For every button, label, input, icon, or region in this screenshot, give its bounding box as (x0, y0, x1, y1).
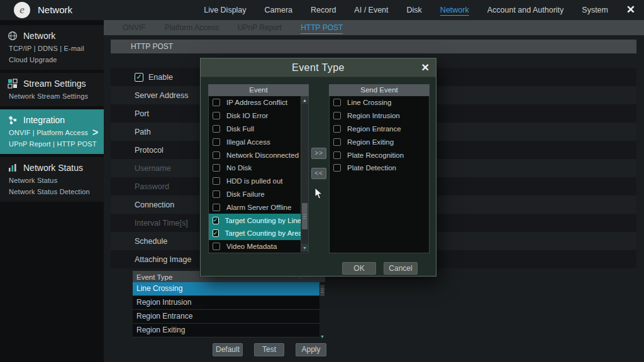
sidebar-title-network-status: Network Status (23, 163, 83, 173)
section-header: HTTP POST (111, 40, 636, 53)
scroll-down-icon[interactable]: ▼ (319, 333, 325, 340)
event-item-illegal-access[interactable]: Illegal Access (209, 135, 308, 148)
send-event-panel: Send Event Line Crossing Region Intrusio… (329, 84, 430, 253)
checkbox[interactable] (213, 138, 220, 146)
apply-button[interactable]: Apply (296, 343, 326, 356)
window-close-icon[interactable]: ✕ (626, 0, 635, 20)
tab-upnp-report[interactable]: UPnP Report (236, 21, 283, 34)
scroll-down-icon[interactable]: ▼ (301, 244, 308, 252)
sidebar-links-network-status-2[interactable]: Network Status Detection (9, 188, 97, 195)
connection-label: Connection (135, 200, 174, 209)
sidebar-section-stream-settings[interactable]: Stream Settings Network Stream Settings (0, 73, 104, 106)
nav-record[interactable]: Record (311, 6, 336, 14)
checkbox[interactable] (333, 164, 341, 172)
sidebar-section-integration[interactable]: Integration ONVIF | Platform Access UPnP… (0, 109, 104, 154)
sidebar-links-integration-1[interactable]: ONVIF | Platform Access (9, 129, 97, 136)
tab-platform-access[interactable]: Platform Access (164, 21, 220, 34)
checkbox[interactable] (213, 204, 220, 211)
send-event-item-line-crossing[interactable]: Line Crossing (330, 96, 429, 109)
nav-system[interactable]: System (582, 6, 608, 14)
tab-onvif[interactable]: ONVIF (121, 21, 147, 34)
default-button[interactable]: Default (213, 343, 243, 356)
nav-ai-event[interactable]: AI / Event (354, 6, 388, 14)
nav-network[interactable]: Network (440, 6, 469, 14)
ok-button[interactable]: OK (342, 262, 376, 275)
attaching-image-label: Attaching Image (135, 255, 191, 264)
sidebar-links-network-1[interactable]: TCP/IP | DDNS | E-mail (9, 45, 97, 52)
scroll-up-icon[interactable]: ▲ (301, 96, 308, 104)
event-type-row-region-exiting[interactable]: Region Exiting (133, 324, 319, 337)
tab-bar: ONVIF Platform Access UPnP Report HTTP P… (104, 20, 644, 35)
event-type-row-region-intrusion[interactable]: Region Intrusion (133, 296, 319, 310)
event-item-disk-io-error[interactable]: Disk IO Error (209, 109, 308, 123)
test-button[interactable]: Test (254, 343, 284, 356)
sidebar-links-network-status-1[interactable]: Network Status (9, 177, 97, 184)
checkbox[interactable] (333, 112, 341, 119)
checkbox[interactable] (333, 125, 341, 133)
event-list-scrollbar[interactable]: ▲ ▼ (301, 96, 308, 252)
top-navigation: Live Display Camera Record AI / Event Di… (204, 0, 608, 20)
event-type-row-region-entrance[interactable]: Region Entrance (133, 310, 319, 324)
send-event-item-region-exiting[interactable]: Region Exiting (330, 135, 429, 148)
sidebar-title-integration: Integration (23, 115, 65, 125)
mouse-cursor-icon (314, 187, 324, 200)
event-item-ip-address-conflict[interactable]: IP Address Conflict (209, 96, 308, 109)
event-item-disk-full[interactable]: Disk Full (209, 123, 308, 136)
move-left-button[interactable]: << (311, 168, 326, 179)
sidebar-section-network[interactable]: Network TCP/IP | DDNS | E-mail Cloud Upg… (0, 25, 104, 70)
nav-account-authority[interactable]: Account and Authority (487, 6, 564, 14)
blocks-icon (8, 79, 18, 89)
enable-checkbox[interactable]: ✓ (135, 73, 143, 82)
scrollbar-thumb[interactable] (320, 285, 325, 296)
send-event-item-region-intrusion[interactable]: Region Intrusion (330, 109, 429, 123)
checkbox[interactable] (333, 138, 341, 146)
event-type-dialog: Event Type ✕ Event IP Address Conflict D… (200, 58, 436, 277)
sidebar-links-stream-settings[interactable]: Network Stream Settings (9, 92, 97, 100)
app-window: e Network Live Display Camera Record AI … (0, 0, 644, 362)
nav-disk[interactable]: Disk (407, 6, 422, 14)
event-type-header-label: Event Type (133, 273, 172, 281)
nav-camera[interactable]: Camera (265, 6, 292, 14)
checkbox[interactable] (213, 112, 220, 119)
checkbox[interactable] (213, 151, 220, 159)
checkbox[interactable] (213, 125, 220, 133)
event-item-disk-failure[interactable]: Disk Failure (209, 188, 308, 201)
checkbox[interactable] (333, 99, 341, 106)
sidebar-links-integration-2[interactable]: UPnP Report | HTTP POST (9, 140, 97, 148)
scrollbar-thumb[interactable] (302, 203, 308, 229)
event-item-hdd-pulled-out[interactable]: HDD is pulled out (209, 175, 308, 188)
checkbox[interactable] (213, 190, 220, 198)
event-panel: Event IP Address Conflict Disk IO Error … (208, 84, 309, 253)
send-event-item-region-entrance[interactable]: Region Entrance (330, 123, 429, 136)
event-item-alarm-server-offline[interactable]: Alarm Server Offline (209, 200, 308, 214)
cancel-button[interactable]: Cancel (384, 262, 418, 275)
send-event-list: Line Crossing Region Intrusion Region En… (329, 96, 430, 253)
event-item-target-counting-by-area[interactable]: ✓Target Counting by Area (209, 227, 301, 240)
checkbox[interactable] (213, 177, 220, 185)
top-bar: e Network Live Display Camera Record AI … (0, 0, 644, 20)
checkbox[interactable] (213, 243, 220, 250)
event-item-video-metadata[interactable]: Video Metadata (209, 240, 308, 253)
checkbox-checked[interactable]: ✓ (213, 229, 219, 237)
event-type-row-line-crossing[interactable]: Line Crossing (133, 282, 319, 296)
event-item-target-counting-by-line[interactable]: ✓Target Counting by Line (209, 214, 301, 227)
event-item-no-disk[interactable]: No Disk (209, 162, 308, 175)
checkbox[interactable] (333, 151, 341, 159)
dialog-close-icon[interactable]: ✕ (421, 58, 430, 77)
port-label: Port (135, 109, 149, 118)
event-item-network-disconnected[interactable]: Network Disconnected (209, 148, 308, 162)
check-icon: ✓ (136, 74, 142, 80)
send-event-panel-header: Send Event (329, 84, 430, 96)
tab-http-post[interactable]: HTTP POST (299, 21, 344, 34)
event-type-table-scrollbar[interactable]: ▼ (319, 282, 325, 340)
move-right-button[interactable]: >> (311, 148, 326, 159)
nav-live-display[interactable]: Live Display (204, 6, 246, 14)
checkbox[interactable] (213, 99, 220, 106)
send-event-item-plate-detection[interactable]: Plate Detection (330, 162, 429, 175)
sidebar-section-network-status[interactable]: Network Status Network Status Network St… (0, 157, 104, 202)
sidebar-title-stream-settings: Stream Settings (23, 79, 86, 89)
checkbox-checked[interactable]: ✓ (213, 217, 219, 224)
sidebar-links-network-2[interactable]: Cloud Upgrade (9, 56, 97, 63)
send-event-item-plate-recognition[interactable]: Plate Recognition (330, 148, 429, 162)
checkbox[interactable] (213, 164, 220, 172)
